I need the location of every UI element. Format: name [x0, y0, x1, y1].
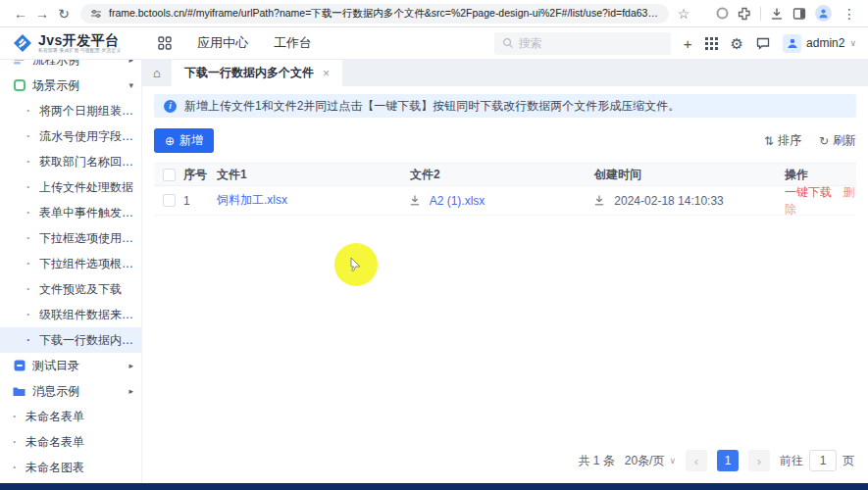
site-settings-icon[interactable] — [90, 8, 102, 20]
sort-button[interactable]: ⇅ 排序 — [764, 132, 801, 149]
page-unit-label: 页 — [842, 453, 854, 469]
sidebar-item-form-event-trigger[interactable]: · 表单中事件触发数据... — [0, 200, 141, 225]
logo-title: Jvs开发平台 — [38, 33, 130, 47]
col-file2: 文件2 — [410, 167, 594, 183]
search-input[interactable] — [519, 36, 656, 50]
total-count: 共 1 条 — [578, 453, 614, 469]
browser-menu-icon[interactable]: ⋮ — [841, 6, 858, 22]
alert-text: 新增上传文件1和文件2并同过点击【一键下载】按钮同时下载改行数据两个文件形成压缩… — [184, 98, 680, 115]
table-header: 序号 文件1 文件2 创建时间 操作 — [154, 163, 856, 186]
home-icon[interactable]: ⌂ — [142, 66, 172, 80]
browser-forward-icon[interactable]: → — [31, 6, 53, 22]
table-row: 1 饲料加工.xlsx A2 (1).xlsx 2024-02-18 14:10… — [154, 186, 856, 216]
sidebar-item-cascade-datasource[interactable]: · 级联组件数据来源调... — [0, 302, 141, 327]
download-icon[interactable] — [594, 195, 604, 206]
search-icon — [502, 37, 514, 49]
sidebar-item-unnamed-form-2[interactable]: · 未命名表单 — [0, 429, 141, 455]
tab-bar: ⌂ 下载一行数据内多个文件 × — [142, 60, 868, 86]
apps-grid-icon[interactable] — [158, 36, 172, 50]
browser-reload-icon[interactable]: ↻ — [53, 6, 75, 22]
col-file1: 文件1 — [217, 167, 410, 183]
username: admin2 — [806, 36, 844, 50]
logo-tagline: 私有部署·集成扩展·可视配置·灵活定义 — [38, 47, 121, 53]
nav-workbench[interactable]: 工作台 — [274, 34, 312, 52]
file2-link[interactable]: A2 (1).xlsx — [430, 194, 485, 208]
process-icon — [13, 60, 26, 67]
one-click-download-button[interactable]: 一键下载 — [785, 185, 832, 199]
directory-icon — [13, 360, 26, 372]
refresh-button[interactable]: ↻ 刷新 — [819, 132, 856, 149]
col-actions: 操作 — [785, 167, 856, 183]
page-content: i 新增上传文件1和文件2并同过点击【一键下载】按钮同时下载改行数据两个文件形成… — [142, 86, 868, 483]
bottom-bar — [0, 483, 868, 490]
sidebar-item-scene-examples[interactable]: 场景示例 ▾ — [0, 73, 141, 98]
toolbar: ⊕ 新增 ⇅ 排序 ↻ 刷新 — [154, 128, 856, 153]
row-checkbox[interactable] — [163, 194, 176, 207]
main-area: ⌂ 下载一行数据内多个文件 × i 新增上传文件1和文件2并同过点击【一键下载】… — [142, 60, 868, 483]
extension-circle-icon[interactable] — [716, 7, 729, 20]
sidebar-item-serial-concat[interactable]: · 流水号使用字段拼接 — [0, 123, 141, 149]
user-avatar — [783, 34, 801, 53]
mouse-cursor-icon — [349, 257, 363, 272]
add-plus-icon[interactable]: + — [684, 36, 692, 51]
address-bar[interactable]: frame.bctools.cn/#/myiframe/urlPath?name… — [80, 4, 669, 24]
select-all-checkbox[interactable] — [163, 169, 176, 181]
extensions-puzzle-icon[interactable] — [738, 7, 751, 21]
app-header: Jvs开发平台 私有部署·集成扩展·可视配置·灵活定义 应用中心 工作台 + ⚙ — [0, 27, 868, 60]
browser-back-icon[interactable]: ← — [10, 6, 31, 22]
sort-icon: ⇅ — [764, 134, 774, 148]
add-circle-icon: ⊕ — [165, 134, 175, 148]
side-panel-icon[interactable] — [792, 7, 806, 21]
next-page-button[interactable]: › — [748, 450, 770, 471]
sidebar-item-unnamed-chart[interactable]: · 未命名图表 — [0, 455, 141, 480]
sidebar-item-message-examples[interactable]: 消息示例 ▸ — [0, 378, 141, 404]
sidebar-item-test-directory[interactable]: 测试目录 ▸ — [0, 353, 141, 378]
sidebar-item-combine-dates[interactable]: · 将两个日期组装为一... — [0, 98, 141, 123]
scene-icon — [13, 79, 26, 92]
app-logo[interactable]: Jvs开发平台 私有部署·集成扩展·可视配置·灵活定义 — [0, 33, 142, 54]
chevron-down-icon: ∨ — [849, 38, 856, 48]
sidebar-item-dropdown-depends[interactable]: · 下拉组件选项根据其... — [0, 251, 141, 276]
current-page-button[interactable]: 1 — [717, 450, 739, 471]
nav-app-center[interactable]: 应用中心 — [197, 34, 248, 52]
data-table: 序号 文件1 文件2 创建时间 操作 1 饲料加工.xlsx A2 (1).xl… — [154, 163, 856, 216]
created-time: 2024-02-18 14:10:33 — [614, 194, 723, 208]
url-text[interactable]: frame.bctools.cn/#/myiframe/urlPath?name… — [109, 7, 659, 21]
caret-icon: ▸ — [128, 60, 133, 65]
tab-close-icon[interactable]: × — [323, 67, 330, 80]
global-search[interactable] — [494, 32, 671, 55]
message-icon[interactable] — [756, 37, 770, 50]
caret-icon: ▸ — [128, 361, 133, 370]
sidebar: 流程示例 ▸ 场景示例 ▾ · 将两个日期组装为一... · 流水号使用字段拼接… — [0, 60, 142, 483]
file1-link[interactable]: 饲料加工.xlsx — [217, 193, 287, 207]
sidebar-item-process-examples[interactable]: 流程示例 ▸ — [0, 60, 141, 73]
info-icon: i — [164, 100, 177, 113]
sidebar-item-unnamed-form-1[interactable]: · 未命名表单 — [0, 404, 141, 429]
prev-page-button[interactable]: ‹ — [686, 450, 707, 471]
gear-icon[interactable]: ⚙ — [731, 36, 743, 51]
jvs-logo-icon — [13, 33, 32, 53]
goto-label: 前往 — [780, 453, 803, 469]
caret-icon: ▸ — [128, 386, 133, 396]
sidebar-item-file-preview-download[interactable]: · 文件预览及下载 — [0, 276, 141, 302]
pagination: 共 1 条 20条/页 ∨ ‹ 1 › 前往 页 — [578, 450, 854, 471]
bookmark-star-icon[interactable]: ☆ — [673, 6, 694, 22]
add-button[interactable]: ⊕ 新增 — [154, 128, 214, 153]
sidebar-item-download-row-files[interactable]: · 下载一行数据内多个... — [0, 327, 141, 353]
sidebar-item-upload-file-process[interactable]: · 上传文件处理数据 — [0, 174, 141, 200]
sidebar-item-dept-name-echo[interactable]: · 获取部门名称回显到... — [0, 149, 141, 174]
user-menu[interactable]: admin2 ∨ — [783, 34, 856, 53]
downloads-icon[interactable] — [770, 7, 784, 21]
sidebar-item-dropdown-logic[interactable]: · 下拉框选项使用逻辑... — [0, 225, 141, 251]
tab-download-row-files[interactable]: 下载一行数据内多个文件 × — [172, 60, 342, 86]
app-launcher-icon[interactable] — [705, 37, 718, 50]
goto-page-input[interactable] — [809, 450, 837, 471]
download-icon[interactable] — [410, 195, 420, 206]
page-size-select[interactable]: 20条/页 ∨ — [625, 453, 676, 469]
toolbar-divider — [760, 7, 761, 21]
caret-icon: ▾ — [128, 80, 133, 90]
refresh-icon: ↻ — [819, 134, 829, 148]
chevron-down-icon: ∨ — [669, 456, 676, 466]
browser-profile-avatar[interactable] — [815, 5, 832, 22]
click-highlight — [334, 243, 378, 286]
